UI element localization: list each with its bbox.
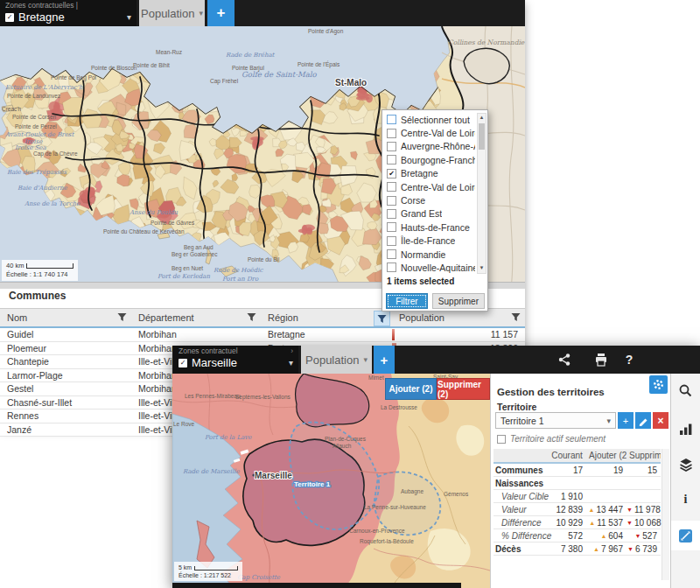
checkbox-icon[interactable] bbox=[387, 155, 396, 164]
active-filter-highlight[interactable] bbox=[374, 311, 390, 326]
table-cell: Chantepie bbox=[0, 355, 131, 368]
help-icon[interactable]: ? bbox=[620, 352, 638, 368]
territory-tool-icon[interactable] bbox=[671, 521, 700, 550]
filter-button[interactable]: Filtrer bbox=[386, 293, 428, 309]
population-heat-bar bbox=[392, 329, 395, 340]
region-label: Corse bbox=[401, 195, 425, 206]
checkbox-icon[interactable] bbox=[387, 249, 396, 259]
region-filter-item[interactable]: Grand Est bbox=[384, 207, 475, 220]
column-header-departement[interactable]: Département bbox=[131, 309, 261, 326]
region-filter-item[interactable]: ✔Bretagne bbox=[384, 167, 475, 180]
marseille-map[interactable]: Chaîne de l'ÉtoileMimetSaint-SavLes Penn… bbox=[172, 374, 490, 588]
map-label: Pointe de Bloscon bbox=[91, 65, 137, 71]
search-icon[interactable] bbox=[671, 379, 700, 402]
stats-value: ▼6 739 bbox=[626, 544, 661, 554]
edit-territory-button[interactable] bbox=[635, 412, 651, 429]
settings-button[interactable] bbox=[649, 375, 668, 394]
add-communes-button[interactable]: Ajouter (2) bbox=[385, 378, 437, 400]
add-indicator-button[interactable]: + bbox=[207, 0, 234, 26]
bar-chart-icon[interactable] bbox=[671, 417, 700, 440]
delete-territory-button[interactable]: × bbox=[653, 412, 668, 429]
map-label: Le Rove bbox=[173, 421, 195, 427]
region-filter-item[interactable]: Sélectionner tout bbox=[384, 113, 475, 126]
map-label: Beg er Goalennec bbox=[172, 251, 218, 258]
checkbox-icon[interactable] bbox=[387, 129, 396, 138]
region-filter-item[interactable]: Normandie bbox=[384, 248, 475, 261]
marseille-header-bar: › Zones contractuel ✓ Marseille ▾ Popula… bbox=[172, 346, 700, 374]
filter-icon[interactable] bbox=[511, 312, 521, 322]
remove-filter-button[interactable]: Supprimer bbox=[432, 293, 485, 309]
scrollbar-thumb[interactable] bbox=[479, 123, 485, 150]
info-icon[interactable]: i bbox=[671, 488, 700, 511]
checkbox-icon[interactable] bbox=[387, 222, 396, 232]
map-label: Port de la Lave bbox=[205, 434, 252, 441]
remove-communes-button[interactable]: Supprimer (2) bbox=[437, 378, 490, 400]
region-filter-item[interactable]: Nouvelle-Aquitaine bbox=[384, 261, 475, 274]
column-header-region[interactable]: Région bbox=[261, 309, 392, 326]
scale-text: Échelle : 1:217 522 bbox=[178, 571, 238, 579]
checkbox-icon[interactable] bbox=[387, 262, 396, 272]
checkbox-icon[interactable] bbox=[387, 209, 396, 219]
map-label: Beg en Nuet bbox=[172, 265, 203, 272]
territory-selector-marseille[interactable]: › Zones contractuel ✓ Marseille ▾ bbox=[173, 346, 298, 374]
map-label: Port de Kerledan bbox=[158, 273, 210, 280]
checkbox-icon[interactable] bbox=[387, 196, 396, 206]
region-label: Auvergne-Rhône-Alpes bbox=[401, 141, 475, 151]
stats-value: 1 910 bbox=[548, 492, 586, 501]
map-label: Creac'h bbox=[2, 106, 22, 112]
add-indicator-button[interactable]: + bbox=[374, 346, 395, 374]
panel-scrollbar-track[interactable] bbox=[662, 449, 669, 580]
map-label: Avant-Goulet de Brest bbox=[4, 131, 74, 138]
scale-bar bbox=[194, 566, 238, 570]
stats-label: Naissances bbox=[494, 479, 548, 488]
population-indicator-dropdown[interactable]: Population ▾ bbox=[139, 0, 205, 26]
map-label: Cap de la Chèvre bbox=[33, 150, 78, 158]
region-filter-item[interactable]: Bourgogne-Franche-Comté bbox=[384, 153, 475, 166]
table-cell: Ploemeur bbox=[0, 342, 131, 355]
column-header-population[interactable]: Population bbox=[392, 309, 525, 326]
layers-icon[interactable] bbox=[671, 453, 700, 476]
map-label: Pointe du Château de Kervédan bbox=[103, 228, 185, 234]
stats-col-courant: Courant bbox=[548, 451, 586, 460]
chevron-down-icon: ▾ bbox=[289, 355, 293, 370]
stats-label: Décès bbox=[494, 544, 548, 554]
region-filter-item[interactable]: Hauts-de-France bbox=[384, 220, 475, 234]
scroll-up-icon[interactable]: ▲ bbox=[478, 114, 486, 122]
map-label: Pointe de Gâvres bbox=[150, 220, 195, 226]
selector-value: Marseille bbox=[192, 355, 237, 370]
checkbox-icon[interactable] bbox=[497, 435, 506, 444]
map-label: Territoire 1 bbox=[294, 480, 331, 488]
territory-select[interactable]: Territoire 1 ▾ bbox=[495, 412, 616, 429]
region-filter-item[interactable]: Auvergne-Rhône-Alpes bbox=[384, 140, 475, 153]
panel-scrollbar[interactable]: ▲ ▼ bbox=[477, 113, 486, 274]
table-cell: Gestel bbox=[0, 382, 131, 396]
table-row[interactable]: GuidelMorbihanBretagne11 157 bbox=[0, 328, 525, 342]
stats-label: Communes bbox=[494, 466, 548, 475]
map-label: Pointe de Beg Pol bbox=[51, 74, 97, 81]
region-filter-item[interactable]: Corse bbox=[384, 193, 475, 206]
population-indicator-dropdown[interactable]: Population ▾ bbox=[301, 346, 372, 374]
share-icon[interactable] bbox=[556, 352, 573, 368]
map-label: Anse du Pouldu bbox=[129, 209, 178, 216]
filter-icon[interactable] bbox=[117, 312, 127, 322]
table-cell: Janzé bbox=[0, 424, 131, 437]
column-header-nom[interactable]: Nom bbox=[0, 309, 131, 326]
checkbox-icon[interactable]: ✔ bbox=[387, 169, 396, 178]
territory-selector-bretagne[interactable]: Zones contractuelles | ✓ Bretagne ▾ bbox=[0, 0, 136, 26]
region-filter-item[interactable]: Centre-Val de Loire bbox=[384, 180, 475, 193]
map-label: Baie d'Audierne bbox=[18, 185, 68, 192]
scroll-down-icon[interactable]: ▼ bbox=[478, 264, 486, 272]
region-filter-item[interactable]: Île-de-France bbox=[384, 234, 475, 248]
territory-row: Valeur Cible1 910 bbox=[494, 490, 661, 503]
add-territory-button[interactable]: + bbox=[618, 412, 634, 429]
stats-value: ▲11 537 bbox=[586, 518, 626, 528]
filter-icon[interactable] bbox=[247, 312, 256, 322]
filter-icon-active[interactable] bbox=[377, 314, 387, 324]
checkbox-icon[interactable] bbox=[387, 236, 396, 246]
active-only-row[interactable]: Territoire actif seulement bbox=[497, 434, 606, 444]
print-icon[interactable] bbox=[592, 352, 610, 368]
checkbox-icon[interactable] bbox=[387, 115, 396, 124]
region-filter-item[interactable]: Centre-Val de Loire bbox=[384, 126, 475, 139]
checkbox-icon[interactable] bbox=[387, 142, 396, 151]
checkbox-icon[interactable] bbox=[387, 182, 396, 192]
